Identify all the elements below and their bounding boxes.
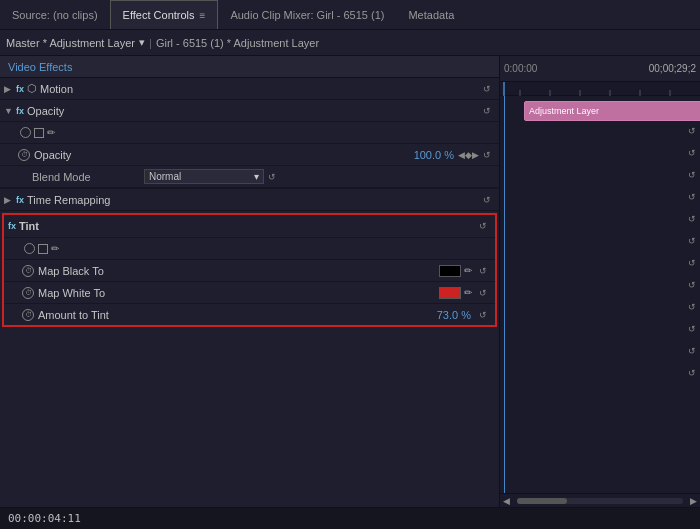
opacity-label: Opacity [34, 149, 414, 161]
tint-name: Tint [19, 220, 475, 232]
timeline-reset-5[interactable]: ↺ [688, 214, 696, 224]
scrollbar-thumb[interactable] [517, 498, 567, 504]
timeline-reset-11[interactable]: ↺ [688, 346, 696, 356]
opacity-nav-left[interactable]: ◀ [458, 150, 465, 160]
timeline-reset-9[interactable]: ↺ [688, 302, 696, 312]
blend-mode-label: Blend Mode [4, 171, 144, 183]
tint-fx-badge: fx [8, 221, 16, 231]
amount-tint-reset[interactable]: ↺ [475, 310, 491, 320]
amount-tint-row: ⏱ Amount to Tint 73.0 % ↺ [4, 303, 495, 325]
opacity-value[interactable]: 100.0 % [414, 149, 454, 161]
motion-toggle[interactable]: ▶ [4, 84, 16, 94]
map-white-color-swatch[interactable] [439, 287, 461, 299]
opacity-controls-row: ✏ [0, 122, 499, 144]
scroll-right-arrow[interactable]: ▶ [687, 496, 700, 506]
timeline-scrollbar[interactable]: ◀ ▶ [500, 493, 700, 507]
scrollbar-track[interactable] [517, 498, 683, 504]
tint-square-checkbox[interactable] [38, 244, 48, 254]
clip-label: Adjustment Layer [529, 106, 599, 116]
tab-metadata[interactable]: Metadata [396, 0, 466, 29]
map-black-row: ⏱ Map Black To ✏ ↺ [4, 259, 495, 281]
motion-name: Motion [40, 83, 479, 95]
amount-tint-value[interactable]: 73.0 % [437, 309, 471, 321]
map-black-reset[interactable]: ↺ [475, 266, 491, 276]
amount-tint-stopwatch[interactable]: ⏱ [22, 309, 34, 321]
map-black-label: Map Black To [38, 265, 439, 277]
blend-mode-row: Blend Mode Normal ▾ ↺ [0, 166, 499, 188]
timeline-reset-3[interactable]: ↺ [688, 170, 696, 180]
timeline-end-time: 00;00;29;2 [649, 63, 696, 74]
opacity-toggle[interactable]: ▼ [4, 106, 16, 116]
timeline-reset-8[interactable]: ↺ [688, 280, 696, 290]
left-panel: Video Effects ▶ fx ⬡ Motion ↺ ▼ fx Opaci… [0, 56, 500, 507]
tint-section: fx Tint ↺ ✏ ⏱ Map Black To ✏ ↺ [2, 213, 497, 327]
opacity-keyframe[interactable]: ◆ [465, 150, 472, 160]
video-effects-header: Video Effects [0, 56, 499, 78]
opacity-pen-icon[interactable]: ✏ [47, 127, 55, 138]
opacity-effect-name: Opacity [27, 105, 479, 117]
timeline-reset-6[interactable]: ↺ [688, 236, 696, 246]
time-remapping-toggle[interactable]: ▶ [4, 195, 16, 205]
time-remapping-row[interactable]: ▶ fx Time Remapping ↺ [0, 189, 499, 211]
opacity-fx-badge: fx [16, 106, 24, 116]
main-content: Video Effects ▶ fx ⬡ Motion ↺ ▼ fx Opaci… [0, 56, 700, 507]
time-remapping-reset[interactable]: ↺ [479, 195, 495, 205]
time-remapping-name: Time Remapping [27, 194, 479, 206]
tint-enable-checkbox[interactable] [24, 243, 35, 254]
motion-effect-row[interactable]: ▶ fx ⬡ Motion ↺ [0, 78, 499, 100]
map-white-row: ⏱ Map White To ✏ ↺ [4, 281, 495, 303]
map-white-pen[interactable]: ✏ [464, 287, 472, 298]
tab-audio-mixer[interactable]: Audio Clip Mixer: Girl - 6515 (1) [218, 0, 396, 29]
time-remapping-fx-badge: fx [16, 195, 24, 205]
tint-pen-icon[interactable]: ✏ [51, 243, 59, 254]
opacity-square-checkbox[interactable] [34, 128, 44, 138]
amount-tint-label: Amount to Tint [38, 309, 437, 321]
map-white-reset[interactable]: ↺ [475, 288, 491, 298]
opacity-value-row: ⏱ Opacity 100.0 % ◀ ◆ ▶ ↺ [0, 144, 499, 166]
motion-reset[interactable]: ↺ [479, 84, 495, 94]
timeline-start-time: 0:00:00 [504, 63, 537, 74]
opacity-reset[interactable]: ↺ [479, 106, 495, 116]
timeline-reset-1[interactable]: ↺ [688, 126, 696, 136]
menu-icon[interactable]: ≡ [200, 10, 206, 21]
status-bar: 00:00:04:11 [0, 507, 700, 529]
map-black-pen[interactable]: ✏ [464, 265, 472, 276]
map-black-stopwatch[interactable]: ⏱ [22, 265, 34, 277]
scroll-left-arrow[interactable]: ◀ [500, 496, 513, 506]
map-black-color-swatch[interactable] [439, 265, 461, 277]
blend-reset[interactable]: ↺ [264, 172, 280, 182]
timeline-ruler [500, 82, 700, 96]
blend-mode-chevron: ▾ [254, 171, 259, 182]
timeline-reset-12[interactable]: ↺ [688, 368, 696, 378]
clip-block[interactable]: Adjustment Layer [524, 101, 700, 121]
breadcrumb-separator: | [149, 37, 152, 49]
timeline-reset-2[interactable]: ↺ [688, 148, 696, 158]
timeline-reset-7[interactable]: ↺ [688, 258, 696, 268]
opacity-value-reset[interactable]: ↺ [479, 150, 495, 160]
motion-fx-badge: fx [16, 84, 24, 94]
video-effects-label: Video Effects [8, 61, 72, 73]
opacity-nav-right[interactable]: ▶ [472, 150, 479, 160]
blend-mode-dropdown[interactable]: Normal ▾ [144, 169, 264, 184]
tint-reset[interactable]: ↺ [475, 221, 491, 231]
playhead [504, 96, 505, 493]
motion-transform-icon: ⬡ [27, 82, 37, 95]
tab-source[interactable]: Source: (no clips) [0, 0, 110, 29]
timeline-header: 0:00:00 00;00;29;2 [500, 56, 700, 82]
map-white-stopwatch[interactable]: ⏱ [22, 287, 34, 299]
right-panel: 0:00:00 00;00;29;2 [500, 56, 700, 507]
timeline-reset-4[interactable]: ↺ [688, 192, 696, 202]
breadcrumb-sequence: Girl - 6515 (1) * Adjustment Layer [156, 37, 319, 49]
opacity-enable-checkbox[interactable] [20, 127, 31, 138]
breadcrumb: Master * Adjustment Layer ▾ | Girl - 651… [0, 30, 700, 56]
timeline-area: Adjustment Layer ↺ ↺ ↺ ↺ ↺ [500, 96, 700, 493]
opacity-header-row[interactable]: ▼ fx Opacity ↺ [0, 100, 499, 122]
breadcrumb-master: Master * Adjustment Layer [6, 37, 135, 49]
opacity-group: ▼ fx Opacity ↺ ✏ ⏱ Opacity 100.0 % ◀ ◆ ▶… [0, 100, 499, 189]
tint-controls-row: ✏ [4, 237, 495, 259]
status-timecode: 00:00:04:11 [8, 512, 81, 525]
tab-effect-controls[interactable]: Effect Controls ≡ [110, 0, 219, 29]
breadcrumb-dropdown[interactable]: ▾ [139, 36, 145, 49]
opacity-stopwatch[interactable]: ⏱ [18, 149, 30, 161]
timeline-reset-10[interactable]: ↺ [688, 324, 696, 334]
